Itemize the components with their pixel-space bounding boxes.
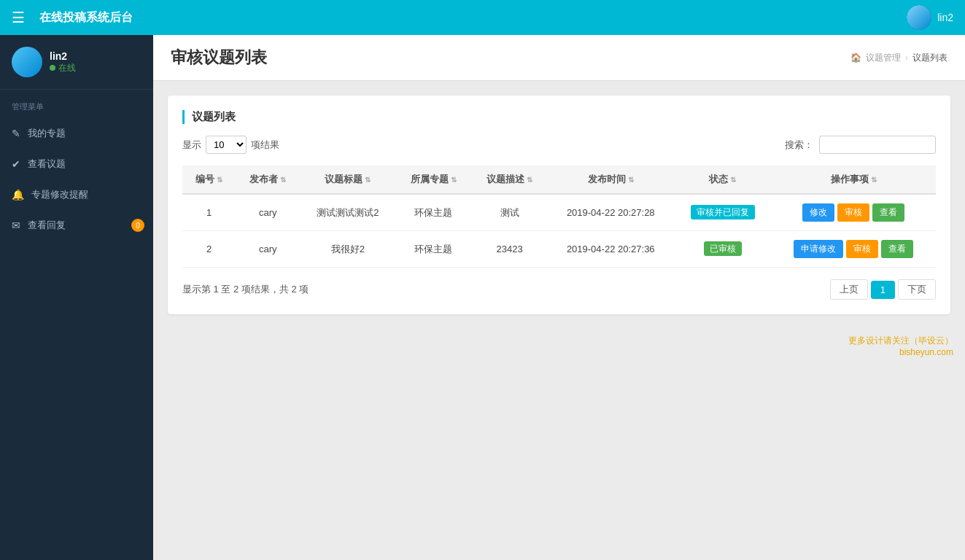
col-author: 发布者⇅ — [236, 166, 301, 194]
result-label: 项结果 — [251, 139, 279, 152]
menu-toggle-icon[interactable]: ☰ — [12, 9, 25, 26]
cell-topic: 环保主题 — [395, 194, 471, 231]
search-input[interactable] — [819, 136, 936, 154]
table-row: 1 cary 测试测试测试2 环保主题 测试 2019-04-22 20:27:… — [182, 194, 936, 231]
table-header-row: 编号⇅ 发布者⇅ 议题标题⇅ 所属专题⇅ 议题描述⇅ 发布时间⇅ 状态⇅ 操作事… — [182, 166, 936, 194]
replies-badge: 0 — [131, 219, 144, 232]
cell-id: 1 — [182, 194, 236, 231]
main-content: 审核议题列表 🏠 议题管理 › 议题列表 议题列表 显示 10 25 50 — [153, 35, 965, 560]
cell-publish-time: 2019-04-22 20:27:36 — [548, 231, 674, 268]
col-publish-time: 发布时间⇅ — [548, 166, 674, 194]
breadcrumb-current: 议题列表 — [912, 52, 947, 64]
cell-status: 审核并已回复 — [674, 194, 772, 231]
cell-title: 我很好2 — [301, 231, 396, 268]
check-icon: ✔ — [12, 158, 20, 170]
breadcrumb: 🏠 议题管理 › 议题列表 — [850, 52, 947, 64]
content-card: 议题列表 显示 10 25 50 100 项结果 搜索： — [168, 96, 950, 314]
sidebar-menu-label: 管理菜单 — [0, 96, 153, 118]
sidebar-item-topic-edit-alert[interactable]: 🔔 专题修改提醒 — [0, 179, 153, 210]
cell-topic: 环保主题 — [395, 231, 471, 268]
view-button[interactable]: 查看 — [881, 240, 913, 258]
sidebar-status: 在线 — [50, 62, 76, 74]
header-username: lin2 — [937, 12, 953, 23]
review-button[interactable]: 审核 — [837, 203, 869, 222]
show-label: 显示 — [182, 139, 201, 152]
breadcrumb-separator: › — [905, 52, 908, 63]
toolbar: 显示 10 25 50 100 项结果 搜索： — [182, 136, 936, 154]
footer-line1: 更多设计请关注（毕设云） — [165, 335, 953, 347]
cell-publish-time: 2019-04-22 20:27:28 — [548, 194, 674, 231]
pagination-buttons: 上页 1 下页 — [830, 279, 936, 300]
status-badge: 审核并已回复 — [691, 205, 755, 219]
request-edit-button[interactable]: 申请修改 — [794, 240, 843, 258]
cell-description: 23423 — [471, 231, 547, 268]
cell-id: 2 — [182, 231, 236, 268]
user-area: lin2 — [907, 5, 953, 30]
top-header: ☰ 在线投稿系统后台 lin2 — [0, 0, 965, 35]
sidebar: lin2 在线 管理菜单 ✎ 我的专题 ✔ 查看议题 🔔 专题修改提醒 ✉ 查看… — [0, 35, 153, 560]
sidebar-user-block: lin2 在线 — [0, 35, 153, 90]
pencil-icon: ✎ — [12, 128, 20, 139]
col-status: 状态⇅ — [674, 166, 772, 194]
cell-description: 测试 — [471, 194, 547, 231]
mail-icon: ✉ — [12, 219, 20, 231]
sidebar-avatar — [12, 47, 42, 77]
sidebar-item-my-topics[interactable]: ✎ 我的专题 — [0, 118, 153, 149]
cell-author: cary — [236, 231, 301, 268]
cell-author: cary — [236, 194, 301, 231]
prev-page-button[interactable]: 上页 — [830, 279, 868, 300]
toolbar-left: 显示 10 25 50 100 项结果 — [182, 136, 279, 154]
cell-title: 测试测试测试2 — [301, 194, 396, 231]
col-title: 议题标题⇅ — [301, 166, 396, 194]
pagination-info: 显示第 1 至 2 项结果，共 2 项 — [182, 283, 309, 296]
col-id: 编号⇅ — [182, 166, 236, 194]
edit-button[interactable]: 修改 — [802, 203, 834, 222]
bell-icon: 🔔 — [12, 189, 24, 201]
sidebar-item-label: 查看回复 — [28, 219, 66, 232]
card-title: 议题列表 — [182, 110, 936, 124]
status-badge: 已审核 — [704, 241, 742, 256]
view-button[interactable]: 查看 — [872, 203, 904, 222]
page-header: 审核议题列表 🏠 议题管理 › 议题列表 — [153, 35, 965, 81]
col-actions: 操作事项⇅ — [772, 166, 936, 194]
issues-table: 编号⇅ 发布者⇅ 议题标题⇅ 所属专题⇅ 议题描述⇅ 发布时间⇅ 状态⇅ 操作事… — [182, 166, 936, 268]
cell-actions: 申请修改 审核 查看 — [772, 231, 936, 268]
breadcrumb-parent: 议题管理 — [866, 52, 901, 64]
pagination-area: 显示第 1 至 2 项结果，共 2 项 上页 1 下页 — [182, 279, 936, 300]
avatar — [907, 5, 931, 30]
sidebar-item-label: 专题修改提醒 — [31, 188, 88, 201]
status-dot-icon — [50, 65, 55, 71]
page-1-button[interactable]: 1 — [871, 281, 895, 299]
cell-status: 已审核 — [674, 231, 772, 268]
table-row: 2 cary 我很好2 环保主题 23423 2019-04-22 20:27:… — [182, 231, 936, 268]
sidebar-item-label: 查看议题 — [28, 158, 66, 171]
search-label: 搜索： — [785, 139, 813, 152]
app-title: 在线投稿系统后台 — [39, 10, 907, 26]
action-buttons: 修改 审核 查看 — [780, 203, 927, 222]
footer-watermark: 更多设计请关注（毕设云） bisheyun.com — [153, 329, 965, 363]
sidebar-item-view-replies[interactable]: ✉ 查看回复 0 — [0, 210, 153, 241]
cell-actions: 修改 审核 查看 — [772, 194, 936, 231]
footer-line2: bisheyun.com — [165, 347, 953, 357]
page-title: 审核议题列表 — [171, 47, 267, 69]
col-topic: 所属专题⇅ — [395, 166, 471, 194]
toolbar-right: 搜索： — [785, 136, 936, 154]
review-button[interactable]: 审核 — [846, 240, 878, 258]
per-page-select[interactable]: 10 25 50 100 — [206, 136, 247, 154]
sidebar-item-view-issues[interactable]: ✔ 查看议题 — [0, 149, 153, 179]
home-icon: 🏠 — [850, 52, 861, 63]
next-page-button[interactable]: 下页 — [898, 279, 936, 300]
action-buttons: 申请修改 审核 查看 — [780, 240, 927, 258]
col-description: 议题描述⇅ — [471, 166, 547, 194]
sidebar-username: lin2 — [50, 50, 76, 62]
sidebar-item-label: 我的专题 — [28, 127, 66, 140]
